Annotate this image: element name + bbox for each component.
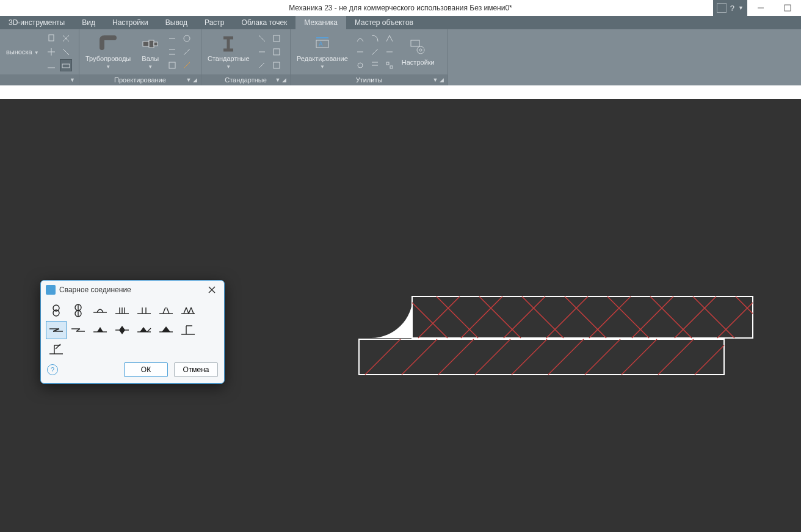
tab-mechanics[interactable]: Механика xyxy=(295,16,346,29)
std-tool-2[interactable] xyxy=(256,46,268,58)
tab-point-clouds[interactable]: Облака точек xyxy=(233,16,296,29)
tab-3d-tools[interactable]: 3D-инструменты xyxy=(0,16,73,29)
tab-settings[interactable]: Настройки xyxy=(104,16,157,29)
dialog-app-icon xyxy=(46,285,56,295)
svg-line-41 xyxy=(475,339,510,375)
tab-output[interactable]: Вывод xyxy=(157,16,196,29)
tool-icon-2[interactable] xyxy=(45,46,57,58)
weld-opt-circle-pair-1[interactable] xyxy=(46,301,67,320)
weld-opt-fillet-double[interactable] xyxy=(178,301,198,320)
tool-icon-6[interactable] xyxy=(60,59,72,71)
std-tool-1[interactable] xyxy=(256,32,268,45)
util-tool-9[interactable] xyxy=(383,59,396,71)
tool-icon-3[interactable] xyxy=(45,59,57,71)
svg-line-23 xyxy=(504,297,545,338)
pipe-icon xyxy=(98,34,118,54)
svg-line-27 xyxy=(675,297,716,338)
design-tool-6[interactable] xyxy=(181,59,193,71)
dialog-close-button[interactable] xyxy=(205,282,219,297)
util-tool-3[interactable] xyxy=(354,59,366,71)
weld-opt-plate-edge-2[interactable] xyxy=(46,340,67,359)
design-tool-2[interactable] xyxy=(166,46,178,58)
weld-opt-bevel-vee-1[interactable] xyxy=(90,321,111,339)
util-tool-1[interactable] xyxy=(354,32,366,45)
maximize-button[interactable] xyxy=(774,0,801,16)
std-tool-6[interactable] xyxy=(270,59,283,71)
tab-raster[interactable]: Растр xyxy=(196,16,233,29)
svg-line-45 xyxy=(622,339,657,375)
weld-fillet-shape xyxy=(371,297,413,338)
svg-rect-20 xyxy=(411,40,419,46)
help-dropdown[interactable]: ? ▼ xyxy=(713,0,747,16)
util-tool-4[interactable] xyxy=(369,32,381,45)
edit-text-icon: A xyxy=(313,34,332,54)
svg-rect-11 xyxy=(274,62,280,68)
svg-line-31 xyxy=(479,297,521,338)
design-tool-5[interactable] xyxy=(181,46,193,58)
std-tool-3[interactable] xyxy=(256,59,268,71)
util-tool-7[interactable] xyxy=(383,32,396,45)
tool-icon-5[interactable] xyxy=(60,46,72,58)
tab-view[interactable]: Вид xyxy=(73,16,104,29)
standard-button[interactable]: Стандартные ▼ xyxy=(204,33,253,70)
weld-opt-plate-lap-1[interactable] xyxy=(46,321,67,339)
svg-line-67 xyxy=(184,307,186,314)
svg-line-33 xyxy=(565,297,606,338)
svg-line-34 xyxy=(607,297,649,338)
util-tool-8[interactable] xyxy=(383,46,396,58)
svg-point-18 xyxy=(417,46,424,54)
svg-line-80 xyxy=(147,328,151,332)
util-tool-2[interactable] xyxy=(354,46,366,58)
leader-dropdown[interactable]: выноска ▼ xyxy=(2,47,43,57)
svg-rect-10 xyxy=(274,49,280,55)
design-tool-1[interactable] xyxy=(166,32,178,45)
weld-opt-fillet-up-2[interactable] xyxy=(134,301,154,320)
svg-line-32 xyxy=(522,297,564,338)
std-tool-4[interactable] xyxy=(270,32,283,45)
svg-line-42 xyxy=(512,339,547,375)
group-expand-icon[interactable]: ▼ ◢ xyxy=(433,77,444,83)
tool-icon-1[interactable] xyxy=(45,32,57,45)
ribbon-group-standard: Стандартные ▼ Стандартные ▼ ◢ xyxy=(201,29,291,85)
group-label-design: Проектирование xyxy=(114,76,166,84)
weld-opt-bevel-x[interactable] xyxy=(112,321,132,339)
ok-button[interactable]: ОК xyxy=(124,362,168,377)
dialog-footer: ? ОК Отмена xyxy=(41,360,224,383)
edit-button[interactable]: A Редактирование ▼ xyxy=(293,33,352,70)
pipelines-button[interactable]: Трубопроводы ▼ xyxy=(82,33,134,70)
svg-line-25 xyxy=(589,297,631,338)
design-tool-4[interactable] xyxy=(181,32,193,45)
svg-rect-6 xyxy=(154,42,158,46)
svg-rect-5 xyxy=(149,40,154,48)
std-tool-5[interactable] xyxy=(270,46,283,58)
svg-rect-2 xyxy=(49,35,54,41)
group-expand-icon[interactable]: ▼ ◢ xyxy=(275,77,286,83)
dialog-help-button[interactable]: ? xyxy=(47,364,58,375)
weld-opt-bevel-vee-3[interactable] xyxy=(156,321,176,339)
weld-opt-plate-edge-1[interactable] xyxy=(178,321,198,339)
weld-opt-fillet-up-1[interactable] xyxy=(112,301,132,320)
util-tool-5[interactable] xyxy=(369,46,381,58)
svg-rect-1 xyxy=(785,5,791,11)
group-expand-icon[interactable]: ▼ ◢ xyxy=(186,77,197,83)
weld-options-grid xyxy=(41,299,224,360)
weld-opt-bevel-vee-2[interactable] xyxy=(134,321,154,339)
shafts-button[interactable]: Валы ▼ xyxy=(137,33,164,70)
chevron-down-icon: ▼ xyxy=(738,5,744,11)
ribbon-group-utilities: A Редактирование ▼ xyxy=(291,29,448,85)
weld-opt-fillet-top[interactable] xyxy=(90,301,111,320)
settings-button[interactable]: Настройки xyxy=(398,37,438,67)
weld-opt-plate-lap-2[interactable] xyxy=(68,321,89,339)
util-tool-6[interactable] xyxy=(369,59,381,71)
tool-icon-4[interactable] xyxy=(60,32,72,45)
cancel-button[interactable]: Отмена xyxy=(174,362,218,377)
weld-dialog: Сварное соединение ? ОК Отмена xyxy=(40,280,225,384)
tab-object-master[interactable]: Мастер объектов xyxy=(346,16,422,29)
minimize-button[interactable] xyxy=(747,0,774,16)
window-controls: ? ▼ xyxy=(713,0,801,16)
group-label-utilities: Утилиты xyxy=(356,76,383,84)
design-tool-3[interactable] xyxy=(166,59,178,71)
weld-opt-fillet-up-flare[interactable] xyxy=(156,301,176,320)
dialog-titlebar[interactable]: Сварное соединение xyxy=(41,281,224,299)
weld-opt-circle-pair-2[interactable] xyxy=(68,301,89,320)
